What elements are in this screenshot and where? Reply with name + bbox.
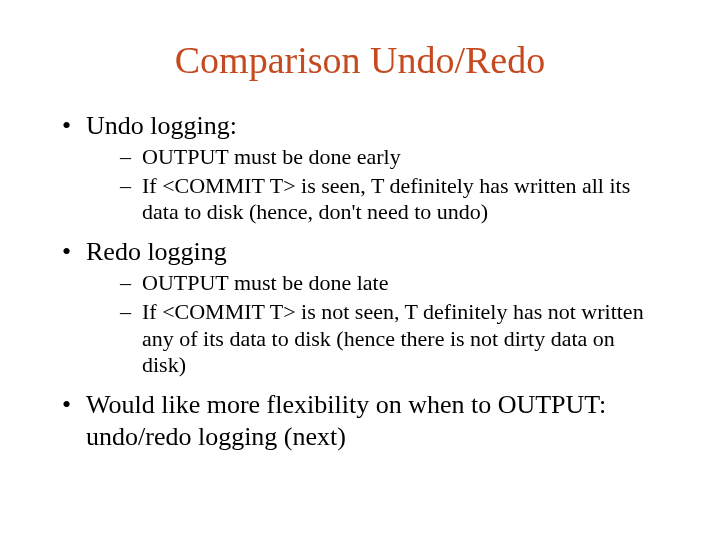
bullet-text: If <COMMIT T> is not seen, T definitely … <box>142 299 644 378</box>
list-item: If <COMMIT T> is seen, T definitely has … <box>120 173 664 227</box>
list-item: Would like more flexibility on when to O… <box>56 389 664 452</box>
bullet-text: Would like more flexibility on when to O… <box>86 390 606 451</box>
list-item: Undo logging: OUTPUT must be done early … <box>56 110 664 226</box>
list-item: OUTPUT must be done late <box>120 270 664 297</box>
slide-title: Comparison Undo/Redo <box>0 38 720 82</box>
sub-list: OUTPUT must be done early If <COMMIT T> … <box>86 144 664 226</box>
sub-list: OUTPUT must be done late If <COMMIT T> i… <box>86 270 664 379</box>
bullet-text: If <COMMIT T> is seen, T definitely has … <box>142 173 630 225</box>
bullet-list: Undo logging: OUTPUT must be done early … <box>56 110 664 453</box>
bullet-text: OUTPUT must be done early <box>142 144 401 169</box>
bullet-text: Redo logging <box>86 237 227 266</box>
bullet-text: Undo logging: <box>86 111 237 140</box>
list-item: If <COMMIT T> is not seen, T definitely … <box>120 299 664 379</box>
list-item: OUTPUT must be done early <box>120 144 664 171</box>
list-item: Redo logging OUTPUT must be done late If… <box>56 236 664 379</box>
slide: Comparison Undo/Redo Undo logging: OUTPU… <box>0 38 720 540</box>
slide-content: Undo logging: OUTPUT must be done early … <box>0 110 720 453</box>
bullet-text: OUTPUT must be done late <box>142 270 388 295</box>
